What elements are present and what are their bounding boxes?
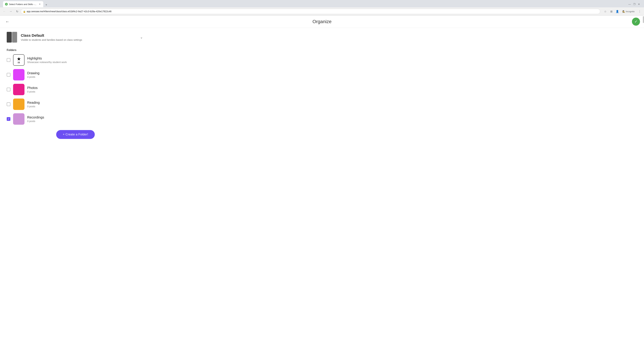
recordings-folder-name: Recordings [27,115,44,119]
class-default-section: Class Default Visible to students and fa… [7,32,144,44]
address-bar-row: ← → ↻ 🔒 app.seesaw.me/#/item/new/class/c… [0,7,644,15]
reading-folder-posts: 0 posts [27,105,40,108]
tab-close-button[interactable]: ✕ [38,3,41,6]
url-text: app.seesaw.me/#/item/new/class/class.e01… [27,10,112,13]
folder-checkbox-highlights[interactable] [7,58,10,62]
lock-icon: 🔒 [23,10,26,13]
class-default-icon [7,32,18,42]
create-folder-section: + Create a Folder! [7,130,144,146]
page-title: Organize [312,19,332,24]
folder-checkbox-reading[interactable] [7,102,10,106]
window-controls: — ❐ ✕ [628,2,641,6]
title-bar: S Select Folders and Skills - Sees... ✕ … [0,0,644,7]
folder-item-highlights: ★ Highlights Showcase noteworthy student… [7,54,144,66]
drawing-folder-posts: 4 posts [27,75,40,78]
photos-folder-info: Photos 0 posts [27,86,38,93]
back-arrow-icon: ← [5,19,10,24]
folder-item-recordings: Recordings 0 posts [7,113,144,125]
incognito-label: Incognito [626,10,634,13]
recordings-folder-info: Recordings 0 posts [27,115,44,122]
class-default-subtitle: Visible to students and families based o… [21,38,82,41]
folder-checkbox-recordings[interactable] [7,117,10,121]
incognito-icon: 🕵 [622,10,625,13]
icon-left-half [7,32,12,42]
recordings-folder-icon [13,113,24,125]
recordings-folder-posts: 0 posts [27,120,44,122]
scrollbar-thumb [643,16,644,23]
back-button[interactable]: ← [4,18,11,25]
ribbon-icon [18,62,20,63]
highlights-folder-info: Highlights Showcase noteworthy student w… [27,56,67,63]
reload-button[interactable]: ↻ [14,9,20,14]
drawing-folder-name: Drawing [27,71,40,75]
reading-folder-name: Reading [27,101,40,105]
folder-checkbox-drawing[interactable] [7,73,10,77]
chevron-down-button[interactable]: ⌄ [139,34,144,40]
confirm-button[interactable]: ✓ [632,17,640,26]
app-header: ← Organize ✓ [0,15,644,28]
extensions-button[interactable]: ⊞ [608,9,614,14]
class-default-title: Class Default [21,33,82,38]
reading-folder-icon [13,98,24,110]
chevron-down-icon: ⌄ [140,35,143,39]
create-folder-button[interactable]: + Create a Folder! [56,130,95,139]
bookmark-button[interactable]: ☆ [602,9,608,14]
minimize-button[interactable]: — [628,2,632,6]
icon-right-half [12,32,17,42]
checkmark-icon: ✓ [634,19,638,24]
browser-chrome: S Select Folders and Skills - Sees... ✕ … [0,0,644,15]
drawing-folder-icon [13,69,24,80]
profile-button[interactable]: 👤 [615,9,620,14]
class-default-left: Class Default Visible to students and fa… [7,32,82,42]
reading-folder-info: Reading 0 posts [27,101,40,108]
incognito-badge: 🕵 Incognito [621,9,636,13]
folder-item-photos: Photos 0 posts [7,84,144,95]
photos-folder-icon [13,84,24,95]
restore-button[interactable]: ❐ [632,2,636,6]
menu-button[interactable]: ⋮ [637,9,642,14]
folder-item-drawing: Drawing 4 posts [7,69,144,80]
highlights-folder-name: Highlights [27,56,67,60]
main-content: Class Default Visible to students and fa… [0,28,151,150]
star-icon: ★ [17,57,21,61]
highlights-folder-posts: Showcase noteworthy student work [27,61,67,63]
drawing-folder-info: Drawing 4 posts [27,71,40,78]
browser-actions: ☆ ⊞ 👤 🕵 Incognito ⋮ [602,9,642,14]
folder-checkbox-photos[interactable] [7,88,10,91]
class-default-info: Class Default Visible to students and fa… [21,33,82,41]
tab-favicon: S [5,3,8,5]
tab-label: Select Folders and Skills - Sees... [9,3,37,5]
active-tab[interactable]: S Select Folders and Skills - Sees... ✕ [3,1,43,7]
tab-bar: S Select Folders and Skills - Sees... ✕ … [2,1,50,7]
folder-item-reading: Reading 0 posts [7,98,144,110]
close-button[interactable]: ✕ [637,2,641,6]
app-container: ← Organize ✓ Class Default Visible to st… [0,15,644,362]
photos-folder-posts: 0 posts [27,90,38,93]
forward-nav-button[interactable]: → [8,9,14,14]
back-nav-button[interactable]: ← [2,9,7,14]
address-bar[interactable]: 🔒 app.seesaw.me/#/item/new/class/class.e… [21,9,600,14]
scrollbar-track[interactable] [643,15,644,28]
new-tab-button[interactable]: + [44,2,49,7]
photos-folder-name: Photos [27,86,38,90]
folders-label: Folders [7,49,144,52]
highlights-folder-icon: ★ [13,54,24,66]
